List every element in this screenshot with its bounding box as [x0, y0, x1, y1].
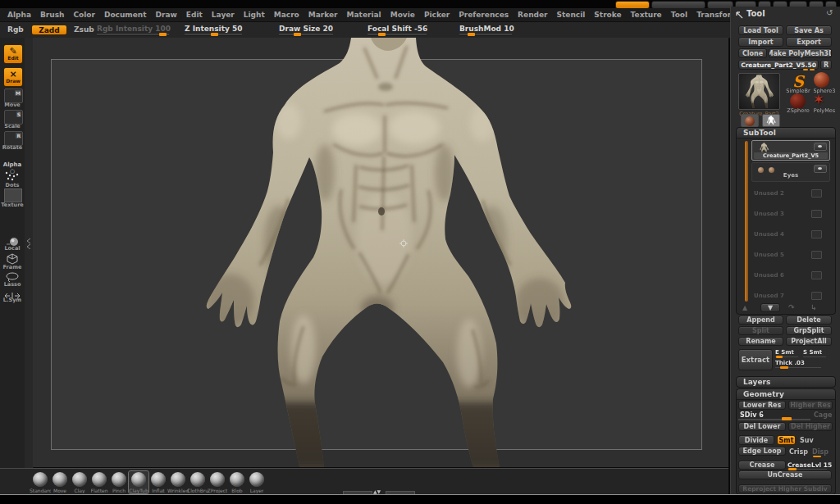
tray-picker-icon[interactable] — [734, 10, 744, 20]
draw-button[interactable]: ⨯ Draw — [3, 67, 23, 87]
brush-button[interactable]: Layer — [247, 471, 267, 493]
focal-shift-slider[interactable]: Focal Shift -56 — [368, 25, 427, 36]
sculpt-canvas[interactable] — [33, 38, 728, 467]
simplebrush-tool-icon[interactable]: S — [788, 72, 808, 87]
menu-item[interactable]: Brush — [40, 11, 64, 19]
draw-size-slider[interactable]: Draw Size 20 — [279, 25, 333, 36]
brush-button[interactable]: ZProject — [208, 471, 227, 493]
subtool-checkbox[interactable] — [811, 271, 822, 279]
brush-button[interactable]: Pinch — [109, 471, 129, 493]
subtool-duplicate-icon[interactable]: ↷ — [788, 303, 795, 311]
menu-item[interactable]: Render — [518, 11, 547, 19]
geometry-panel-header[interactable]: Geometry — [737, 389, 835, 400]
sdiv-track[interactable] — [738, 419, 810, 420]
zsub-button[interactable]: Zsub — [74, 25, 94, 34]
subtool-item-eyes[interactable]: Eyes — [751, 162, 830, 182]
visibility-eye-icon[interactable] — [814, 143, 827, 151]
subtool-up-arrow-button[interactable]: ▲ — [742, 304, 747, 311]
menu-item[interactable]: Draw — [156, 11, 177, 19]
texture-swatch[interactable] — [4, 188, 22, 202]
slider-handle[interactable] — [780, 366, 788, 369]
menu-item[interactable]: Material — [347, 11, 381, 19]
menu-item[interactable]: Layer — [212, 11, 235, 19]
rgb-intensity-slider[interactable]: Rgb Intensity 100 — [97, 25, 169, 36]
tray-up-down-arrows-icon[interactable]: ▲▼ — [373, 488, 381, 494]
uncrease-button[interactable]: UnCrease — [738, 470, 832, 479]
cage-button[interactable]: Cage — [814, 411, 832, 419]
creature-tool-thumbnail[interactable] — [762, 114, 780, 127]
edit-button[interactable]: ✎ Edit — [3, 44, 23, 64]
menu-item[interactable]: Texture — [631, 11, 662, 19]
brush-button[interactable]: Standard — [30, 471, 50, 493]
slider-track[interactable] — [279, 34, 333, 36]
slider-track[interactable] — [185, 34, 242, 36]
brush-button[interactable]: Flatten — [89, 471, 109, 493]
brush-button[interactable]: Clay — [70, 471, 89, 493]
subtool-checkbox[interactable] — [811, 251, 822, 259]
subtool-item-selected[interactable]: Creature_Part2_V5 — [751, 140, 830, 161]
edge-loop-button[interactable]: Edge Loop — [738, 447, 786, 456]
subtool-item-unused[interactable]: Unused 3 — [751, 207, 830, 225]
tray-toggle-arrows-icon[interactable] — [25, 238, 32, 249]
menu-item[interactable]: Stroke — [594, 11, 621, 19]
subtool-item-unused[interactable]: Unused 5 — [751, 247, 830, 266]
polymesh-star-tool-icon[interactable]: ✶ — [813, 91, 824, 107]
subtool-panel-header[interactable]: SubTool — [737, 128, 835, 138]
menu-item[interactable]: Document — [104, 11, 147, 19]
menu-item[interactable]: Light — [244, 11, 265, 19]
reproject-button[interactable]: Reproject Higher Subdiv — [738, 484, 832, 493]
divide-button[interactable]: Divide — [738, 435, 774, 445]
load-tool-button[interactable]: Load Tool — [738, 25, 783, 35]
brush-button[interactable]: Wrinkled — [168, 471, 188, 493]
slider-handle[interactable] — [159, 33, 167, 36]
brush-button[interactable]: ClayTub — [129, 471, 148, 493]
subtool-merge-icon[interactable]: ↳ — [810, 303, 817, 311]
menu-item[interactable]: Marker — [308, 11, 338, 19]
delete-button[interactable]: Delete — [786, 316, 832, 325]
subtool-checkbox[interactable] — [811, 292, 822, 300]
slider-handle[interactable] — [294, 33, 301, 36]
brush-button[interactable]: Move — [50, 471, 70, 493]
creature-sculpt-model[interactable] — [33, 38, 728, 467]
slider-track[interactable] — [459, 34, 512, 36]
subtool-item-unused[interactable]: Unused 2 — [751, 186, 830, 204]
extract-esmt-slider[interactable]: E Smt — [775, 349, 794, 356]
subtool-checkbox[interactable] — [811, 189, 822, 198]
brushmod-slider[interactable]: BrushMod 10 — [459, 25, 512, 36]
grpsplit-button[interactable]: GrpSplit — [786, 326, 832, 335]
export-button[interactable]: Export — [786, 37, 832, 47]
sphere3d-tool-icon[interactable] — [814, 72, 829, 88]
menu-item[interactable]: Color — [73, 11, 95, 19]
menu-item[interactable]: Stencil — [557, 11, 586, 19]
menu-item[interactable]: Picker — [424, 11, 450, 19]
brush-button[interactable]: ClothBru — [188, 471, 208, 493]
active-tool-thumbnail[interactable] — [738, 73, 780, 110]
slider-track[interactable] — [368, 34, 427, 36]
lower-res-button[interactable]: Lower Res — [738, 401, 786, 410]
sdiv-handle[interactable] — [782, 417, 792, 420]
history-icon[interactable]: ↺ — [826, 8, 833, 17]
menu-item[interactable]: Movie — [390, 11, 415, 19]
clone-button[interactable]: Clone — [738, 48, 767, 58]
slider-handle[interactable] — [468, 33, 475, 36]
save-as-button[interactable]: Save As — [786, 25, 832, 35]
menu-item[interactable]: Macro — [274, 11, 299, 19]
del-lower-button[interactable]: Del Lower — [738, 422, 786, 431]
slider-handle[interactable] — [776, 356, 783, 358]
brush-button[interactable]: Blob — [227, 471, 247, 493]
crisp-toggle[interactable]: Crisp — [789, 448, 808, 456]
rgb-mode-button[interactable]: Rgb — [7, 25, 24, 34]
extract-button[interactable]: Extract — [738, 349, 773, 370]
menu-item[interactable]: Preferences — [459, 11, 509, 19]
del-higher-button[interactable]: Del Higher — [788, 422, 833, 431]
subtool-down-arrow-button[interactable]: ▼ — [760, 303, 780, 312]
zadd-button[interactable]: Zadd — [31, 25, 67, 35]
disp-handle[interactable] — [813, 456, 821, 457]
suv-toggle[interactable]: Suv — [800, 437, 814, 444]
hairy2-tool-thumbnail[interactable] — [741, 114, 759, 127]
slider-handle[interactable] — [378, 33, 386, 36]
append-button[interactable]: Append — [738, 316, 783, 325]
menu-item[interactable]: Alpha — [7, 11, 31, 19]
smt-toggle[interactable]: Smt — [777, 435, 796, 445]
extract-thick-slider[interactable]: Thick .03 — [775, 360, 805, 366]
